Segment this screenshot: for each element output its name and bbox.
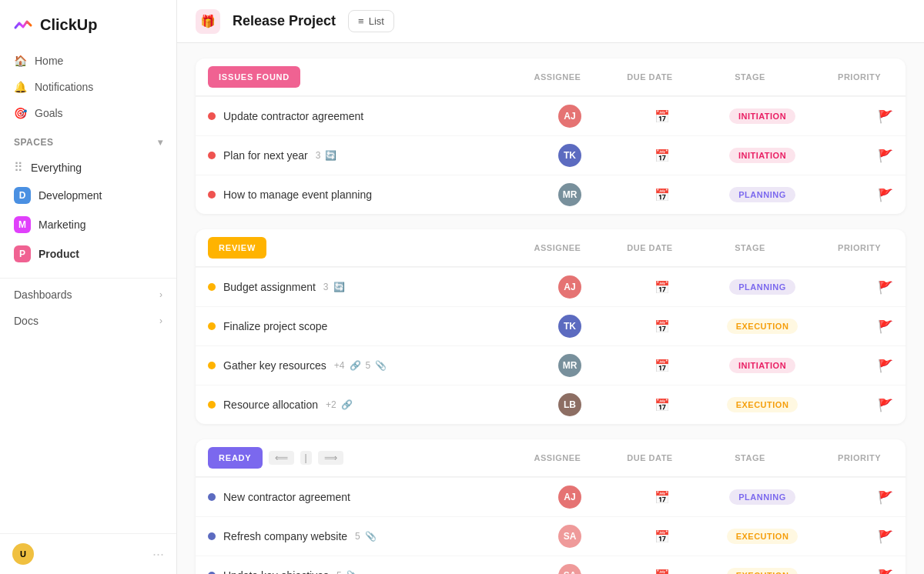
section-ready: READY ⟸ | ⟹ ASSIGNEE DUE DATE STAGE PRIO… [196, 439, 906, 574]
stage-badge: INITIATION [729, 148, 795, 163]
task-meta: 3 🔄 [316, 150, 337, 161]
task-title: Plan for next year [223, 149, 308, 162]
task-priority[interactable]: 🚩 [816, 109, 893, 124]
task-title: How to manage event planning [223, 189, 372, 201]
task-name[interactable]: Finalize project scope [208, 320, 524, 332]
task-priority[interactable]: 🚩 [816, 188, 893, 202]
content-area: ISSUES FOUND ASSIGNEE DUE DATE STAGE PRI… [177, 43, 924, 574]
sidebar-item-marketing[interactable]: M Marketing [6, 210, 170, 239]
nav-goals[interactable]: 🎯 Goals [6, 100, 170, 126]
priority-icon: 🚩 [878, 149, 893, 163]
task-priority[interactable]: 🚩 [816, 569, 893, 575]
attach-count: 5 [355, 531, 360, 542]
calendar-icon: 📅 [654, 490, 670, 505]
task-due-date[interactable]: 📅 [616, 280, 708, 295]
task-assignee: TK [524, 315, 616, 338]
task-priority[interactable]: 🚩 [816, 398, 893, 412]
task-due-date[interactable]: 📅 [616, 359, 708, 373]
nav-home-label: Home [35, 55, 63, 67]
task-stage[interactable]: INITIATION [708, 148, 816, 163]
task-stage[interactable]: EXECUTION [708, 568, 816, 574]
table-row: Update contractor agreement AJ 📅 INITIAT… [196, 96, 906, 135]
task-title: Refresh company website [223, 530, 347, 542]
user-profile[interactable]: U ··· [0, 533, 176, 574]
task-name[interactable]: Refresh company website 5 📎 [208, 530, 524, 542]
task-priority[interactable]: 🚩 [816, 280, 893, 295]
nav-notifications-label: Notifications [35, 81, 93, 93]
stage-badge: PLANNING [729, 489, 795, 505]
avatar: U [12, 543, 34, 565]
avatar: LB [558, 393, 581, 416]
development-dot: D [14, 187, 31, 204]
task-due-date[interactable]: 📅 [616, 188, 708, 202]
sidebar-item-product[interactable]: P Product [6, 239, 170, 269]
link-icon: 🔗 [341, 399, 353, 410]
plus-count: +2 [326, 399, 336, 410]
ready-controls: ⟸ | ⟹ [269, 451, 343, 465]
task-title: Finalize project scope [223, 320, 327, 332]
task-priority[interactable]: 🚩 [816, 319, 893, 334]
task-stage[interactable]: EXECUTION [708, 529, 816, 544]
logo[interactable]: ClickUp [0, 0, 176, 45]
task-priority[interactable]: 🚩 [816, 149, 893, 163]
task-stage[interactable]: PLANNING [708, 489, 816, 505]
nav-dashboards[interactable]: Dashboards › [6, 282, 170, 308]
avatar: TK [558, 144, 581, 167]
task-stage[interactable]: PLANNING [708, 187, 816, 202]
list-view-button[interactable]: ≡ List [348, 10, 394, 32]
col-priority-0: PRIORITY [804, 72, 881, 82]
calendar-icon: 📅 [654, 569, 670, 575]
priority-icon: 🚩 [878, 109, 893, 124]
priority-icon: 🚩 [878, 319, 893, 334]
avatar: MR [558, 354, 581, 377]
task-name[interactable]: Update key objectives 5 📎 [208, 569, 524, 574]
task-due-date[interactable]: 📅 [616, 529, 708, 544]
stage-badge: PLANNING [729, 187, 795, 202]
spaces-chevron-icon[interactable]: ▾ [158, 137, 163, 148]
task-due-date[interactable]: 📅 [616, 490, 708, 505]
task-due-date[interactable]: 📅 [616, 109, 708, 124]
nav-notifications[interactable]: 🔔 Notifications [6, 74, 170, 100]
task-meta: 5 📎 [336, 570, 358, 574]
task-priority[interactable]: 🚩 [816, 529, 893, 544]
stage-badge: EXECUTION [727, 319, 798, 334]
task-name[interactable]: Update contractor agreement [208, 110, 524, 122]
marketing-dot: M [14, 216, 31, 233]
task-stage[interactable]: EXECUTION [708, 397, 816, 412]
task-stage[interactable]: INITIATION [708, 108, 816, 124]
calendar-icon: 📅 [654, 109, 670, 124]
task-stage[interactable]: INITIATION [708, 358, 816, 373]
task-name[interactable]: Resource allocation +2 🔗 [208, 399, 524, 411]
priority-icon: 🚩 [878, 188, 893, 202]
avatar: SA [558, 525, 581, 548]
task-due-date[interactable]: 📅 [616, 149, 708, 163]
task-priority[interactable]: 🚩 [816, 359, 893, 373]
nav-docs[interactable]: Docs › [6, 308, 170, 334]
marketing-label: Marketing [38, 219, 85, 231]
task-due-date[interactable]: 📅 [616, 569, 708, 575]
task-priority[interactable]: 🚩 [816, 490, 893, 505]
task-stage[interactable]: PLANNING [708, 279, 816, 295]
sidebar-item-development[interactable]: D Development [6, 181, 170, 210]
task-due-date[interactable]: 📅 [616, 398, 708, 412]
nav-home[interactable]: 🏠 Home [6, 48, 170, 74]
task-title: Gather key resources [223, 359, 326, 372]
attach-count: 5 [336, 570, 342, 574]
table-row: Budget assignment 3 🔄 AJ 📅 PLANNING 🚩 [196, 267, 906, 306]
task-name[interactable]: Plan for next year 3 🔄 [208, 149, 524, 162]
task-due-date[interactable]: 📅 [616, 319, 708, 334]
review-col-headers: ASSIGNEE DUE DATE STAGE PRIORITY [266, 239, 893, 257]
task-meta: +2 🔗 [326, 399, 353, 410]
task-name[interactable]: Budget assignment 3 🔄 [208, 281, 524, 293]
task-name[interactable]: New contractor agreement [208, 491, 524, 503]
sidebar: ClickUp 🏠 Home 🔔 Notifications 🎯 Goals S… [0, 0, 177, 574]
sidebar-item-everything[interactable]: ⠿ Everything [6, 154, 170, 181]
table-row: How to manage event planning MR 📅 PLANNI… [196, 175, 906, 214]
task-name[interactable]: How to manage event planning [208, 189, 524, 201]
task-name[interactable]: Gather key resources +4 🔗 5 📎 [208, 359, 524, 372]
task-stage[interactable]: EXECUTION [708, 319, 816, 334]
stage-badge: INITIATION [729, 358, 795, 373]
task-meta: 5 📎 [355, 531, 377, 542]
everything-label: Everything [31, 162, 82, 174]
task-title: New contractor agreement [223, 491, 350, 503]
